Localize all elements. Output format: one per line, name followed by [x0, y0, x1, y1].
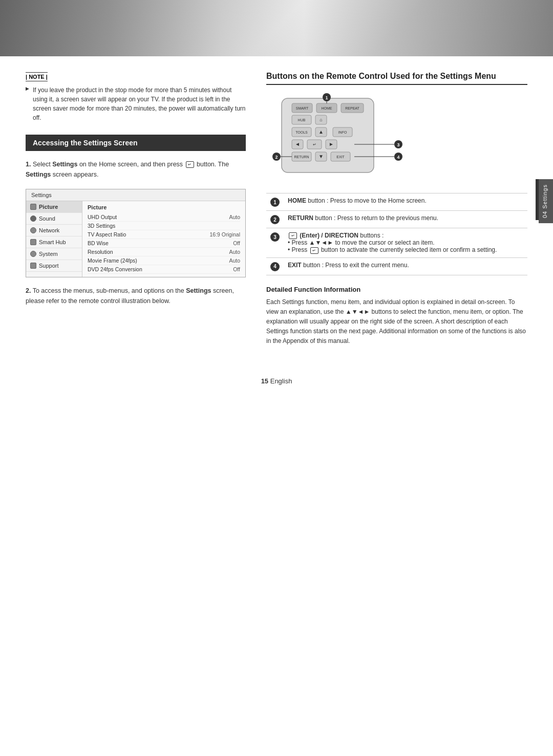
svg-text:EXIT: EXIT	[336, 155, 345, 159]
svg-text:3: 3	[397, 142, 399, 147]
settings-screenshot-box: Settings Picture Sound Network	[26, 189, 246, 277]
svg-text:HOME: HOME	[322, 106, 332, 110]
step-1-bold2: Settings	[26, 171, 51, 178]
settings-sidebar-support: Support	[26, 260, 82, 272]
enter-icon-inline: ↵	[289, 232, 297, 239]
svg-text:TOOLS: TOOLS	[295, 131, 308, 134]
home-button-desc: HOME button : Press to move to the Home …	[284, 193, 527, 211]
svg-text:⌂: ⌂	[320, 117, 322, 122]
svg-text:RETURN: RETURN	[294, 155, 309, 159]
settings-box-inner: Picture Sound Network Smart Hub	[26, 201, 245, 277]
step-2-bold: Settings	[186, 287, 211, 294]
svg-text:INFO: INFO	[338, 131, 347, 134]
left-column: | NOTE | If you leave the product in the…	[26, 72, 246, 347]
settings-sidebar-system: System	[26, 248, 82, 260]
settings-row-aspect: TV Aspect Ratio 16:9 Original	[88, 230, 240, 239]
sidebar-item-network-label: Network	[39, 227, 59, 233]
button-desc-row-exit: 4 EXIT button : Press to exit the curren…	[266, 257, 527, 275]
step-2: 2. To access the menus, sub-menus, and o…	[26, 286, 246, 306]
svg-text:↵: ↵	[313, 142, 316, 147]
uhd-label: UHD Output	[88, 214, 117, 220]
bdwise-value: Off	[233, 240, 240, 246]
callout-3: 3	[270, 232, 280, 242]
note-section: | NOTE | If you leave the product in the…	[26, 72, 246, 122]
enter-button-desc: ↵ (Enter) / DIRECTION buttons : • Press …	[284, 228, 527, 258]
bdwise-label: BD Wise	[88, 240, 109, 246]
settings-box-title: Settings	[26, 189, 245, 201]
note-text: If you leave the product in the stop mod…	[26, 85, 246, 122]
network-icon	[30, 227, 36, 233]
detailed-title: Detailed Function Information	[266, 286, 527, 293]
return-button-desc: RETURN button : Press to return to the p…	[284, 211, 527, 228]
resolution-label: Resolution	[88, 249, 113, 255]
button-desc-row-home: 1 HOME button : Press to move to the Hom…	[266, 193, 527, 211]
aspect-value: 16:9 Original	[209, 231, 240, 237]
enter-icon-inline-2: ↵	[310, 247, 318, 254]
note-label: | NOTE |	[26, 72, 48, 81]
svg-text:2: 2	[275, 155, 278, 160]
callout-2: 2	[270, 215, 280, 224]
return-label: RETURN	[288, 214, 313, 222]
movieframe-value: Auto	[229, 257, 240, 264]
sidebar-item-support-label: Support	[39, 263, 59, 269]
step-2-num: 2.	[26, 287, 31, 294]
exit-label: EXIT	[288, 262, 302, 269]
step-1-num: 1.	[26, 161, 31, 168]
enter-bullet-1: • Press ▲▼◄► to move the cursor or selec…	[288, 239, 434, 246]
right-column: Buttons on the Remote Control Used for t…	[266, 72, 527, 347]
page-number: 15 English	[0, 377, 553, 395]
sidebar-item-sound-label: Sound	[39, 215, 55, 222]
detailed-text: Each Settings function, menu item, and i…	[266, 297, 527, 347]
svg-text:1: 1	[325, 95, 328, 100]
3d-label: 3D Settings	[88, 223, 115, 229]
uhd-value: Auto	[229, 214, 240, 220]
svg-text:▼: ▼	[318, 154, 324, 159]
step-1: 1. Select Settings on the Home screen, a…	[26, 159, 246, 180]
settings-row-dvd24: DVD 24fps Conversion Off	[88, 265, 240, 274]
enter-button-icon: ↵	[186, 161, 194, 168]
picture-icon	[30, 204, 36, 210]
settings-sidebar-smarthub: Smart Hub	[26, 236, 82, 248]
smarthub-icon	[30, 239, 36, 245]
sound-icon	[30, 215, 36, 222]
main-content: | NOTE | If you leave the product in the…	[0, 56, 553, 362]
remote-svg: SMART HOME REPEAT HUB ⌂ TOOLS ▲ INFO	[266, 93, 410, 180]
button-desc-row-return: 2 RETURN button : Press to return to the…	[266, 211, 527, 228]
svg-text:►: ►	[329, 141, 334, 147]
settings-main-title: Picture	[88, 204, 240, 210]
callout-1: 1	[270, 198, 280, 207]
system-icon	[30, 251, 36, 257]
svg-text:SMART: SMART	[296, 106, 309, 110]
callout-4: 4	[270, 262, 280, 271]
enter-label: (Enter) / DIRECTION	[300, 232, 358, 239]
settings-row-uhd: UHD Output Auto	[88, 213, 240, 222]
movieframe-label: Movie Frame (24fps)	[88, 257, 137, 264]
dvd24-label: DVD 24fps Conversion	[88, 266, 142, 272]
settings-sidebar-network: Network	[26, 225, 82, 236]
resolution-value: Auto	[229, 249, 240, 255]
enter-bullet-2: • Press ↵ button to activate the current…	[288, 246, 497, 253]
settings-row-3d: 3D Settings	[88, 222, 240, 230]
settings-main-panel: Picture UHD Output Auto 3D Settings TV A…	[82, 201, 245, 277]
sidebar-item-smarthub-label: Smart Hub	[39, 239, 66, 245]
section-heading: Accessing the Settings Screen	[26, 135, 246, 151]
exit-button-desc: EXIT button : Press to exit the current …	[284, 257, 527, 275]
sidebar-item-system-label: System	[39, 251, 58, 257]
aspect-label: TV Aspect Ratio	[88, 231, 126, 237]
svg-text:4: 4	[397, 155, 399, 160]
support-icon	[30, 263, 36, 269]
svg-text:▲: ▲	[318, 129, 324, 135]
page-num-value: 15	[261, 377, 268, 385]
settings-row-bdwise: BD Wise Off	[88, 239, 240, 248]
svg-text:REPEAT: REPEAT	[345, 106, 359, 110]
svg-text:HUB: HUB	[298, 118, 306, 122]
settings-row-movieframe: Movie Frame (24fps) Auto	[88, 256, 240, 265]
svg-text:◄: ◄	[295, 141, 300, 147]
page-lang: English	[270, 377, 292, 385]
header-banner	[0, 0, 553, 56]
home-label: HOME	[288, 197, 306, 204]
right-section-title: Buttons on the Remote Control Used for t…	[266, 72, 527, 85]
button-desc-table: 1 HOME button : Press to move to the Hom…	[266, 193, 527, 275]
settings-sidebar-sound: Sound	[26, 213, 82, 225]
side-tab: 04 Settings	[539, 179, 553, 223]
